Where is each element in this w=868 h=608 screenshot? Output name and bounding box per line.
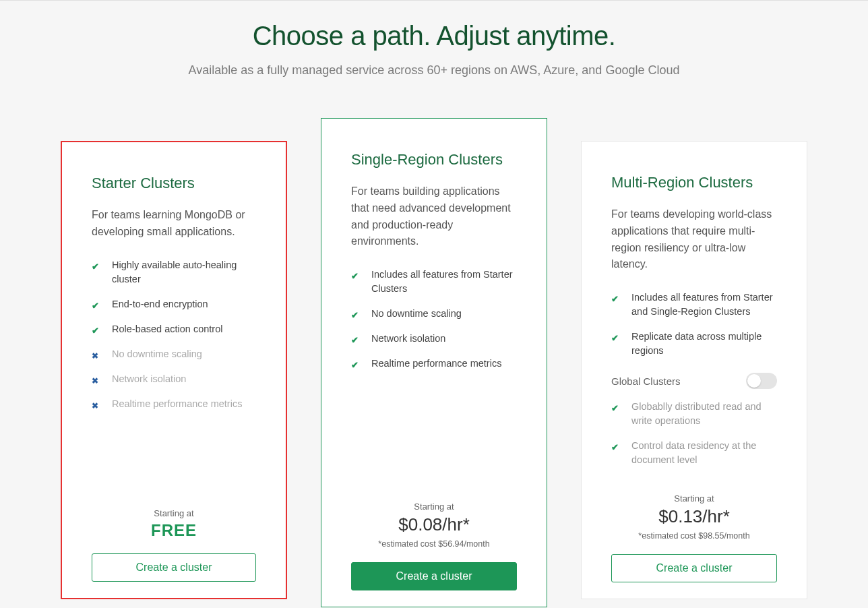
feature-item: Includes all features from Starter and S… (611, 291, 777, 319)
feature-item: Replicate data across multiple regions (611, 330, 777, 358)
x-icon (92, 373, 101, 383)
global-clusters-row: Global Clusters (611, 373, 777, 389)
check-icon (92, 324, 101, 333)
feature-item: No downtime scaling (351, 307, 517, 321)
feature-text: Control data residency at the document l… (631, 439, 777, 467)
feature-text: End-to-end encryption (112, 297, 208, 311)
plan-description: For teams developing world-class applica… (611, 206, 777, 273)
feature-text: No downtime scaling (371, 307, 462, 321)
check-icon (92, 260, 101, 269)
feature-list-global: Globablly distributed read and write ope… (611, 400, 777, 478)
check-icon (351, 333, 361, 342)
check-icon (351, 358, 361, 367)
feature-item: Role-based action control (92, 322, 256, 336)
create-cluster-button[interactable]: Create a cluster (351, 562, 517, 590)
feature-item: Control data residency at the document l… (611, 439, 777, 467)
feature-item: End-to-end encryption (92, 297, 256, 311)
feature-item: Globablly distributed read and write ope… (611, 400, 777, 428)
feature-text: Replicate data across multiple regions (631, 330, 777, 358)
price-value: FREE (92, 521, 256, 540)
feature-list: Includes all features from Starter and S… (611, 291, 777, 369)
feature-text: Realtime performance metrics (371, 357, 501, 371)
plan-description: For teams building applications that nee… (351, 183, 517, 250)
check-icon (611, 440, 621, 450)
check-icon (611, 292, 621, 301)
feature-item: Includes all features from Starter Clust… (351, 268, 517, 296)
feature-text: Network isolation (112, 372, 186, 386)
check-icon (611, 331, 621, 340)
check-icon (351, 308, 361, 317)
starting-at-label: Starting at (92, 508, 256, 518)
feature-item: Network isolation (92, 372, 256, 386)
create-cluster-button[interactable]: Create a cluster (611, 554, 777, 582)
feature-item: No downtime scaling (92, 347, 256, 361)
plan-card-starter: Starter Clusters For teams learning Mong… (61, 141, 287, 599)
feature-text: Includes all features from Starter Clust… (371, 268, 517, 296)
plan-title: Starter Clusters (92, 175, 256, 192)
x-icon (92, 348, 101, 358)
feature-item: Realtime performance metrics (351, 357, 517, 371)
create-cluster-button[interactable]: Create a cluster (92, 553, 256, 582)
feature-item: Network isolation (351, 332, 517, 346)
feature-list: Includes all features from Starter Clust… (351, 268, 517, 382)
plan-title: Multi-Region Clusters (611, 174, 777, 191)
price-block: Starting at FREE (92, 508, 256, 540)
plan-card-multi-region: Multi-Region Clusters For teams developi… (581, 141, 807, 599)
plan-description: For teams learning MongoDB or developing… (92, 207, 256, 241)
price-value: $0.13/hr* (611, 506, 777, 527)
feature-text: Highly available auto-healing cluster (112, 258, 256, 286)
plan-title: Single-Region Clusters (351, 151, 517, 169)
global-clusters-label: Global Clusters (611, 375, 681, 387)
price-block: Starting at $0.13/hr* *estimated cost $9… (611, 493, 777, 541)
x-icon (92, 398, 101, 408)
price-estimate: *estimated cost $56.94/month (351, 539, 517, 549)
price-estimate: *estimated cost $98.55/month (611, 531, 777, 541)
feature-text: Globablly distributed read and write ope… (631, 400, 777, 428)
starting-at-label: Starting at (351, 501, 517, 512)
feature-text: Includes all features from Starter and S… (631, 291, 777, 319)
check-icon (92, 299, 101, 308)
feature-item: Realtime performance metrics (92, 397, 256, 411)
feature-text: Realtime performance metrics (112, 397, 242, 411)
feature-list: Highly available auto-healing cluster En… (92, 258, 256, 422)
page-title: Choose a path. Adjust anytime. (0, 21, 868, 51)
plan-card-single-region: Single-Region Clusters For teams buildin… (321, 118, 547, 607)
feature-text: No downtime scaling (112, 347, 202, 361)
feature-text: Role-based action control (112, 322, 222, 336)
price-value: $0.08/hr* (351, 514, 517, 535)
feature-item: Highly available auto-healing cluster (92, 258, 256, 286)
feature-text: Network isolation (371, 332, 445, 346)
starting-at-label: Starting at (611, 493, 777, 504)
price-block: Starting at $0.08/hr* *estimated cost $5… (351, 501, 517, 549)
pricing-cards: Starter Clusters For teams learning Mong… (0, 118, 868, 607)
check-icon (611, 401, 621, 411)
page-subtitle: Available as a fully managed service acr… (0, 63, 868, 78)
check-icon (351, 269, 361, 278)
global-clusters-toggle[interactable] (746, 373, 777, 389)
